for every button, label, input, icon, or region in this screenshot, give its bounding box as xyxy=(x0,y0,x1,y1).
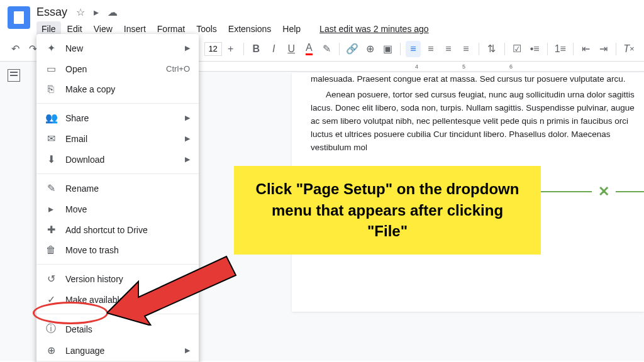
submenu-arrow-icon: ▶ xyxy=(185,44,190,52)
docs-logo-icon[interactable] xyxy=(8,6,30,29)
star-icon[interactable]: ☆ xyxy=(76,6,85,18)
menu-label: Download xyxy=(65,155,104,165)
increase-indent-button[interactable]: ⇥ xyxy=(596,41,611,57)
title-area: Essay ☆ ▸ ☁ File Edit View Insert Format… xyxy=(36,5,636,36)
menu-icon: ✎ xyxy=(45,182,57,194)
menu-item-language[interactable]: ⊕Language▶ xyxy=(36,340,199,361)
file-dropdown-menu: ✦New▶▭OpenCtrl+O⎘Make a copy👥Share▶✉Emai… xyxy=(36,34,199,362)
menu-label: Rename xyxy=(65,184,99,194)
menu-icon: ✓ xyxy=(45,293,57,305)
document-title[interactable]: Essay xyxy=(36,6,67,19)
menu-item-share[interactable]: 👥Share▶ xyxy=(36,107,199,128)
menu-item-add-shortcut-to-drive[interactable]: ✚Add shortcut to Drive xyxy=(36,219,199,240)
menu-item-details[interactable]: ⓘDetails xyxy=(36,318,199,340)
submenu-arrow-icon: ▶ xyxy=(185,155,190,163)
submenu-arrow-icon: ▶ xyxy=(185,346,190,354)
add-comment-button[interactable]: ⊕ xyxy=(362,41,377,57)
paragraph-1: malesuada. Praesent congue erat at massa… xyxy=(311,73,644,86)
submenu-arrow-icon: ▶ xyxy=(185,134,190,143)
highlight-button[interactable]: ✎ xyxy=(319,41,334,57)
menu-item-new[interactable]: ✦New▶ xyxy=(36,38,199,58)
menu-item-make-available-offline[interactable]: ✓Make available offline xyxy=(36,289,199,310)
menu-item-download[interactable]: ⬇Download▶ xyxy=(36,149,199,170)
menu-item-move[interactable]: ▸Move xyxy=(36,199,199,219)
font-size-increase[interactable]: + xyxy=(223,41,238,57)
menu-icon: ✚ xyxy=(45,224,57,236)
menu-icon: ⬇ xyxy=(45,153,57,165)
align-justify-button[interactable]: ≡ xyxy=(458,41,474,57)
menu-icon: ✉ xyxy=(45,133,57,145)
menu-label: Add shortcut to Drive xyxy=(65,225,148,235)
menu-icon: 🗑 xyxy=(45,244,57,256)
menu-icon: ⎘ xyxy=(45,84,57,95)
menu-extensions[interactable]: Extensions xyxy=(223,21,276,36)
menu-label: Share xyxy=(65,113,89,123)
menu-label: Details xyxy=(65,324,92,334)
menu-icon: ▸ xyxy=(45,203,57,215)
menu-icon: ✦ xyxy=(45,42,57,54)
menu-icon: ▭ xyxy=(45,63,57,75)
menu-icon: 👥 xyxy=(45,112,57,124)
decrease-indent-button[interactable]: ⇤ xyxy=(578,41,593,57)
menu-label: Move to trash xyxy=(65,245,119,255)
instruction-callout: Click "Page Setup" on the dropdown menu … xyxy=(234,166,541,255)
menu-label: Email xyxy=(65,134,87,144)
italic-button[interactable]: I xyxy=(266,41,281,57)
menu-icon: ↺ xyxy=(45,273,57,285)
menu-label: Move xyxy=(65,204,87,214)
submenu-arrow-icon: ▶ xyxy=(185,114,190,122)
menu-item-email[interactable]: ✉Email▶ xyxy=(36,128,199,149)
menu-icon: ⓘ xyxy=(45,322,57,336)
line-spacing-button[interactable]: ⇅ xyxy=(484,41,499,57)
menu-label: Make available offline xyxy=(65,295,150,305)
menu-item-move-to-trash[interactable]: 🗑Move to trash xyxy=(36,240,199,260)
menu-icon: ⊕ xyxy=(45,344,57,356)
align-left-button[interactable]: ≡ xyxy=(406,41,421,57)
insert-image-button[interactable]: ▣ xyxy=(380,41,395,57)
menu-label: Make a copy xyxy=(65,84,115,94)
menu-item-version-history[interactable]: ↺Version history▶ xyxy=(36,268,199,289)
menu-item-open[interactable]: ▭OpenCtrl+O xyxy=(36,58,199,79)
undo-button[interactable]: ↶ xyxy=(8,41,23,57)
menu-label: Version history xyxy=(65,274,123,284)
outline-toggle-icon[interactable] xyxy=(8,69,20,82)
checklist-button[interactable]: ☑ xyxy=(509,41,525,57)
move-icon[interactable]: ▸ xyxy=(94,6,99,18)
menu-label: Language xyxy=(65,346,104,356)
underline-button[interactable]: U xyxy=(284,41,299,57)
bulleted-list-button[interactable]: •≡ xyxy=(527,41,542,57)
paragraph-2: Aenean posuere, tortor sed cursus feugia… xyxy=(311,89,644,155)
align-right-button[interactable]: ≡ xyxy=(441,41,456,57)
bold-button[interactable]: B xyxy=(248,41,264,57)
numbered-list-button[interactable]: 1≡ xyxy=(553,41,568,57)
last-edit-link[interactable]: Last edit was 2 minutes ago xyxy=(314,21,434,36)
font-size-input[interactable] xyxy=(204,42,222,56)
align-center-button[interactable]: ≡ xyxy=(423,41,438,57)
remove-page-break-icon[interactable]: ✕ xyxy=(592,184,616,200)
menu-label: New xyxy=(65,43,83,53)
insert-link-button[interactable]: 🔗 xyxy=(345,41,360,57)
submenu-arrow-icon: ▶ xyxy=(185,275,190,283)
text-color-button[interactable]: A xyxy=(301,41,316,57)
cloud-icon[interactable]: ☁ xyxy=(108,6,118,18)
menu-help[interactable]: Help xyxy=(277,21,306,36)
menu-label: Open xyxy=(65,64,87,74)
clear-formatting-button[interactable]: T× xyxy=(621,41,636,57)
menu-item-rename[interactable]: ✎Rename xyxy=(36,178,199,199)
menu-item-make-a-copy[interactable]: ⎘Make a copy xyxy=(36,79,199,99)
